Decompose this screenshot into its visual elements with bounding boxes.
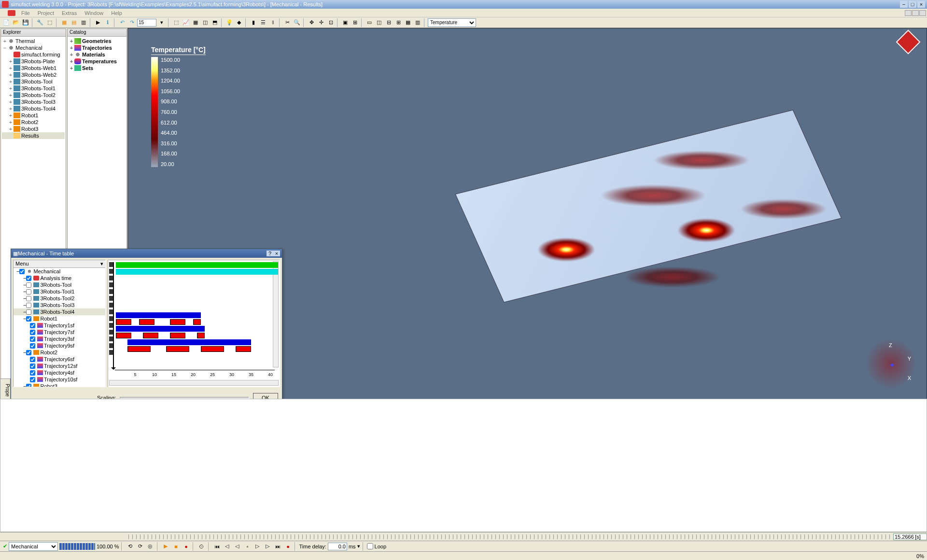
tool-icon[interactable]: 🔧 xyxy=(36,18,44,27)
clock-icon[interactable]: ⏲ xyxy=(197,542,206,551)
node-checkbox[interactable] xyxy=(30,370,35,376)
node-checkbox[interactable] xyxy=(30,377,35,382)
timetable-node[interactable]: −Mechanical xyxy=(14,268,105,275)
gantt-bar[interactable] xyxy=(193,319,201,325)
mdi-min[interactable] xyxy=(905,10,912,16)
rec2-icon[interactable]: ● xyxy=(283,542,292,551)
undo-icon[interactable]: ↶ xyxy=(118,18,126,27)
close-button[interactable]: × xyxy=(917,1,925,8)
sync-icon[interactable]: ⟳ xyxy=(136,542,144,551)
menu-file[interactable]: File xyxy=(17,10,34,16)
explorer-node[interactable]: +3Robots-Tool1 xyxy=(2,85,65,92)
gantt-bar[interactable] xyxy=(116,333,131,338)
timetable-node[interactable]: Trajectory12sf xyxy=(14,363,105,369)
node-checkbox[interactable] xyxy=(30,357,35,362)
timetable-node[interactable]: Trajectory1sf xyxy=(14,322,105,329)
win1-icon[interactable]: ▭ xyxy=(365,18,374,27)
run-icon[interactable]: ▶ xyxy=(94,18,102,27)
fit-icon[interactable]: ⊡ xyxy=(326,18,335,27)
gantt-bar[interactable] xyxy=(127,346,151,352)
timetable-node[interactable]: −3Robots-Tool1 xyxy=(14,288,105,295)
node-checkbox[interactable] xyxy=(26,309,31,315)
menu-help[interactable]: Help xyxy=(107,10,126,16)
rev-icon[interactable]: ◁ xyxy=(233,542,241,551)
result-select[interactable]: Temperature xyxy=(428,18,476,27)
refresh-icon[interactable]: ⟲ xyxy=(126,542,134,551)
open-icon[interactable]: 📂 xyxy=(12,18,20,27)
perspective-icon[interactable]: ◆ xyxy=(235,18,243,27)
step-down-icon[interactable]: ▾ xyxy=(157,18,166,27)
dialog-help-button[interactable]: ? xyxy=(267,251,273,256)
save-icon[interactable]: 💾 xyxy=(21,18,30,27)
explorer-node[interactable]: +3Robots-Tool xyxy=(2,78,65,85)
target-icon[interactable]: ◎ xyxy=(146,542,154,551)
catalog-node[interactable]: +Temperatures xyxy=(69,58,126,65)
gantt-hscroll[interactable] xyxy=(109,380,279,386)
mesh-icon[interactable]: ▦ xyxy=(191,18,200,27)
pause-icon[interactable]: ▫ xyxy=(243,542,252,551)
grid-icon[interactable]: ⊞ xyxy=(351,18,359,27)
gantt-bar[interactable] xyxy=(116,262,278,268)
edit-icon[interactable]: ▥ xyxy=(79,18,88,27)
new-icon[interactable]: 📄 xyxy=(2,18,11,27)
explorer-node[interactable]: +Robot3 xyxy=(2,126,65,132)
menu-extras[interactable]: Extras xyxy=(58,10,81,16)
win4-icon[interactable]: ⊞ xyxy=(394,18,403,27)
light-icon[interactable]: 💡 xyxy=(225,18,234,27)
gantt-bar[interactable] xyxy=(116,312,201,318)
gantt-bar[interactable] xyxy=(201,346,224,352)
menu-project[interactable]: Project xyxy=(34,10,58,16)
mdi-close[interactable] xyxy=(919,10,926,16)
node-checkbox[interactable] xyxy=(26,289,31,294)
gantt-bar[interactable] xyxy=(236,346,251,352)
gantt-bar[interactable] xyxy=(166,346,189,352)
clip-icon[interactable]: ⬒ xyxy=(211,18,219,27)
explorer-node[interactable]: +3Robots-Tool2 xyxy=(2,92,65,98)
mdi-max[interactable] xyxy=(912,10,919,16)
timetable-node[interactable]: −3Robots-Tool xyxy=(14,281,105,288)
explorer-node[interactable]: +3Robots-Web1 xyxy=(2,65,65,71)
win2-icon[interactable]: ◫ xyxy=(375,18,383,27)
timetable-node[interactable]: −Robot3 xyxy=(14,383,105,387)
gantt-bar[interactable] xyxy=(143,333,158,338)
scale-icon[interactable]: ⫴ xyxy=(268,18,277,27)
timetable-menu[interactable]: Menu▾ xyxy=(14,260,105,268)
win3-icon[interactable]: ⊟ xyxy=(384,18,393,27)
timetable-node[interactable]: Trajectory4sf xyxy=(14,369,105,376)
timetable-node[interactable]: Trajectory10sf xyxy=(14,376,105,383)
section-icon[interactable]: ◫ xyxy=(201,18,210,27)
gantt-bar[interactable] xyxy=(139,319,154,325)
step-input[interactable] xyxy=(137,19,156,27)
node-checkbox[interactable] xyxy=(26,350,31,355)
play2-icon[interactable]: ▶ xyxy=(161,542,170,551)
record-icon[interactable]: ● xyxy=(182,542,190,551)
stop2-icon[interactable]: ■ xyxy=(171,542,180,551)
redo-icon[interactable]: ↷ xyxy=(127,18,136,27)
timetable-gantt[interactable]: 510152025303540 xyxy=(108,260,280,387)
catalog-node[interactable]: +Sets xyxy=(69,65,126,71)
node-checkbox[interactable] xyxy=(19,269,25,274)
node-checkbox[interactable] xyxy=(26,282,31,288)
node-checkbox[interactable] xyxy=(30,364,35,369)
catalog-node[interactable]: +Trajectories xyxy=(69,44,126,51)
timetable-node[interactable]: Trajectory3sf xyxy=(14,336,105,342)
timetable-node[interactable]: −Analysis time xyxy=(14,275,105,281)
node-checkbox[interactable] xyxy=(26,384,31,388)
properties-tab[interactable]: Prope xyxy=(0,378,11,402)
move-icon[interactable]: ✢ xyxy=(317,18,325,27)
minimize-button[interactable]: − xyxy=(900,1,908,8)
dialog-close-button[interactable]: × xyxy=(273,251,280,256)
explorer-node[interactable]: simufact.forming xyxy=(2,51,65,58)
explorer-node[interactable]: +3Robots-Tool4 xyxy=(2,105,65,112)
process-select[interactable]: Mechanical xyxy=(9,542,58,551)
timetable-node[interactable]: −Robot1 xyxy=(14,315,105,322)
node-checkbox[interactable] xyxy=(26,276,31,281)
explorer-node[interactable]: +3Robots-Web2 xyxy=(2,71,65,78)
catalog-node[interactable]: +Geometries xyxy=(69,38,126,44)
color-icon[interactable]: ▮ xyxy=(249,18,258,27)
explorer-node[interactable]: +Robot1 xyxy=(2,112,65,119)
node-checkbox[interactable] xyxy=(26,316,31,322)
skip-start-icon[interactable]: ⏮ xyxy=(212,542,221,551)
play-icon[interactable]: ▷ xyxy=(253,542,262,551)
info-icon[interactable]: ℹ xyxy=(103,18,112,27)
